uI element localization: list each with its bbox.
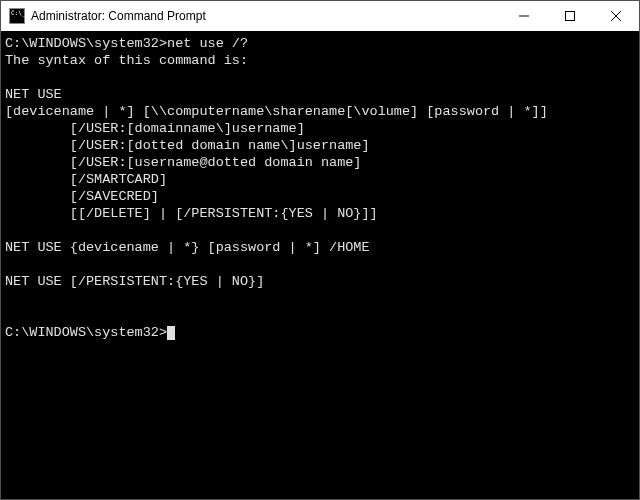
svg-rect-1	[566, 12, 575, 21]
close-button[interactable]	[593, 1, 639, 31]
terminal-output-area[interactable]: C:\WINDOWS\system32>net use /? The synta…	[1, 31, 639, 499]
prompt-path: C:\WINDOWS\system32>	[5, 325, 167, 340]
titlebar[interactable]: Administrator: Command Prompt	[1, 1, 639, 31]
command-text: net use /?	[167, 36, 248, 51]
command-output: The syntax of this command is: NET USE […	[5, 53, 548, 289]
maximize-button[interactable]	[547, 1, 593, 31]
close-icon	[611, 11, 621, 21]
minimize-icon	[519, 11, 529, 21]
window-controls	[501, 1, 639, 31]
window-title: Administrator: Command Prompt	[31, 9, 501, 23]
command-prompt-window: Administrator: Command Prompt C:\WINDOWS…	[0, 0, 640, 500]
prompt-path: C:\WINDOWS\system32>	[5, 36, 167, 51]
maximize-icon	[565, 11, 575, 21]
minimize-button[interactable]	[501, 1, 547, 31]
cmd-icon	[9, 8, 25, 24]
text-cursor	[167, 326, 175, 340]
